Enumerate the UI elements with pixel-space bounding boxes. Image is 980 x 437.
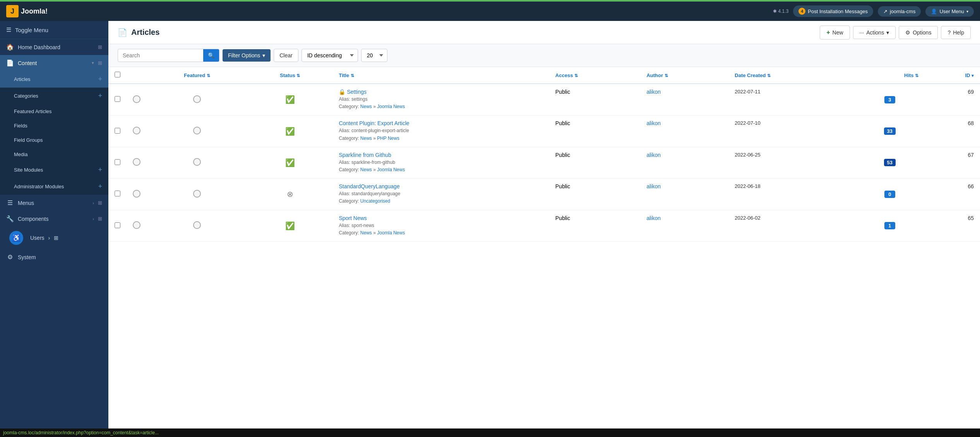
- add-category-button[interactable]: +: [98, 92, 102, 100]
- article-title-link[interactable]: Settings: [347, 89, 367, 95]
- status-published-icon[interactable]: ✅: [285, 95, 295, 104]
- row-checkbox[interactable]: [115, 96, 120, 102]
- article-title-link[interactable]: StandardQueryLanguage: [339, 183, 399, 189]
- column-access[interactable]: Access ⇅: [549, 67, 641, 84]
- articles-doc-icon: 📄: [118, 28, 127, 37]
- sidebar-sub-label: Categories: [14, 93, 94, 99]
- question-icon: ?: [947, 29, 951, 36]
- help-button[interactable]: ? Help: [941, 26, 971, 39]
- author-link[interactable]: alikon: [646, 89, 661, 95]
- new-button[interactable]: + New: [820, 26, 850, 40]
- per-page-select[interactable]: 5 10 20 50 100: [361, 49, 387, 62]
- article-meta: Alias: content-plugin-export-article Cat…: [339, 127, 543, 142]
- order-circle: [133, 190, 140, 198]
- filter-options-button[interactable]: Filter Options ▾: [223, 49, 271, 62]
- grid-icon: ⊞: [54, 235, 58, 241]
- sidebar-item-menus[interactable]: ☰ Menus › ⊞: [0, 195, 108, 211]
- author-link[interactable]: alikon: [646, 152, 661, 158]
- sidebar-item-fields[interactable]: Fields: [0, 119, 108, 133]
- sidebar-item-content[interactable]: 📄 Content ▾ ⊞: [0, 55, 108, 71]
- user-menu-button[interactable]: 👤 User Menu ▾: [925, 6, 974, 17]
- notification-badge: 4: [798, 8, 805, 15]
- article-title-link[interactable]: Sport News: [339, 215, 367, 221]
- featured-circle[interactable]: [193, 158, 201, 166]
- select-all-checkbox[interactable]: [115, 72, 120, 77]
- author-link[interactable]: alikon: [646, 120, 661, 126]
- column-id[interactable]: ID ▾: [925, 67, 980, 84]
- category-link[interactable]: Uncategorised: [360, 198, 390, 204]
- search-input[interactable]: [118, 49, 203, 62]
- hamburger-icon: ☰: [6, 26, 11, 33]
- featured-circle[interactable]: [193, 190, 201, 198]
- column-hits[interactable]: Hits ⇅: [855, 67, 925, 84]
- row-title-cell: Sport News Alias: sport-news Category: N…: [332, 210, 549, 241]
- category2-link[interactable]: Joomla News: [377, 230, 405, 236]
- options-button[interactable]: ⚙ Options: [899, 26, 938, 39]
- search-button[interactable]: 🔍: [203, 49, 219, 62]
- row-checkbox[interactable]: [115, 191, 120, 196]
- row-checkbox[interactable]: [115, 128, 120, 134]
- column-status[interactable]: Status ⇅: [247, 67, 332, 84]
- column-order: [127, 67, 147, 84]
- featured-circle[interactable]: [193, 95, 201, 103]
- column-title[interactable]: Title ⇅: [332, 67, 549, 84]
- sidebar-sub-label: Articles: [14, 76, 94, 82]
- sidebar-item-label: Components: [18, 216, 89, 222]
- clear-button[interactable]: Clear: [274, 49, 298, 62]
- statusbar: joomla-cms.loc/administrator/index.php?o…: [0, 428, 980, 437]
- sidebar-item-home-dashboard[interactable]: 🏠 Home Dashboard ⊞: [0, 39, 108, 55]
- category-link[interactable]: News: [360, 167, 372, 172]
- sidebar-item-users[interactable]: ♿ Users › ⊞: [0, 227, 108, 249]
- sidebar-item-site-modules[interactable]: Site Modules +: [0, 162, 108, 178]
- add-article-button[interactable]: +: [98, 75, 102, 83]
- sort-icon: ⇅: [574, 73, 578, 78]
- post-install-messages-button[interactable]: 4 Post Installation Messages: [793, 5, 873, 17]
- featured-circle[interactable]: [193, 127, 201, 134]
- sidebar-item-field-groups[interactable]: Field Groups: [0, 133, 108, 147]
- row-featured-cell: [147, 115, 247, 147]
- status-published-icon[interactable]: ✅: [285, 222, 295, 230]
- status-published-icon[interactable]: ✅: [285, 158, 295, 167]
- article-title-link[interactable]: Content Plugin: Export Article: [339, 120, 409, 126]
- category2-link[interactable]: Joomla News: [377, 167, 405, 172]
- status-unpublished-icon[interactable]: ⊗: [287, 190, 293, 198]
- category-link[interactable]: News: [360, 230, 372, 236]
- sort-icon: ⇅: [351, 73, 354, 78]
- sidebar-item-articles[interactable]: Articles +: [0, 71, 108, 88]
- search-toolbar: 🔍 Filter Options ▾ Clear ID descending I…: [108, 44, 980, 67]
- grid-icon: ⊞: [98, 44, 102, 50]
- author-link[interactable]: alikon: [646, 183, 661, 189]
- sidebar-item-media[interactable]: Media: [0, 147, 108, 162]
- sidebar-item-featured-articles[interactable]: Featured Articles: [0, 104, 108, 119]
- category-link[interactable]: News: [360, 104, 372, 109]
- add-site-module-button[interactable]: +: [98, 166, 102, 174]
- row-checkbox[interactable]: [115, 159, 120, 165]
- sort-select[interactable]: ID descending ID ascending Title ascendi…: [302, 49, 358, 62]
- featured-circle[interactable]: [193, 221, 201, 229]
- status-published-icon[interactable]: ✅: [285, 127, 295, 136]
- add-admin-module-button[interactable]: +: [98, 182, 102, 191]
- sidebar-item-system[interactable]: ⚙ System: [0, 249, 108, 265]
- category-link[interactable]: News: [360, 136, 372, 141]
- sidebar-sub-label: Featured Articles: [14, 108, 102, 114]
- category2-link[interactable]: PHP News: [377, 136, 399, 141]
- article-title-link[interactable]: Sparkline from Github: [339, 152, 391, 158]
- column-author[interactable]: Author ⇅: [640, 67, 728, 84]
- toggle-menu-button[interactable]: ☰ Toggle Menu: [0, 21, 108, 39]
- author-link[interactable]: alikon: [646, 215, 661, 221]
- article-meta: Alias: sport-news Category: News » Jooml…: [339, 222, 543, 237]
- sidebar-item-components[interactable]: 🔧 Components › ⊞: [0, 211, 108, 227]
- cms-link-button[interactable]: ↗ joomla-cms: [878, 6, 921, 17]
- row-access-cell: Public: [549, 147, 641, 178]
- actions-button[interactable]: ··· Actions ▾: [853, 26, 896, 39]
- column-date-created[interactable]: Date Created ⇅: [728, 67, 855, 84]
- row-order-cell: [127, 84, 147, 115]
- column-featured[interactable]: Featured ⇅: [147, 67, 247, 84]
- row-checkbox-cell: [108, 115, 127, 147]
- sidebar-item-admin-modules[interactable]: Administrator Modules +: [0, 178, 108, 195]
- row-checkbox[interactable]: [115, 222, 120, 228]
- row-hits-cell: 53: [855, 147, 925, 178]
- category2-link[interactable]: Joomla News: [377, 104, 405, 109]
- sidebar-item-categories[interactable]: Categories +: [0, 88, 108, 104]
- content-submenu: Articles + Categories + Featured Article…: [0, 71, 108, 195]
